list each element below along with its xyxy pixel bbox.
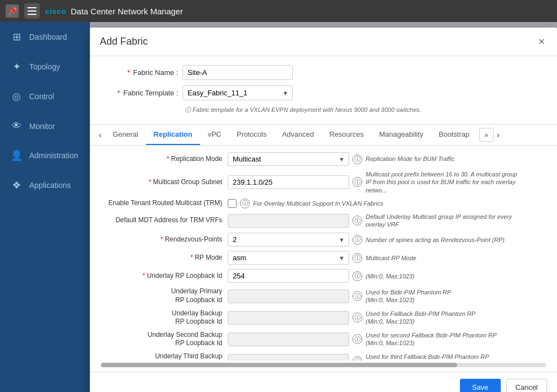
- multicast-group-subnet-info-button[interactable]: ⓘ: [352, 177, 362, 187]
- sidebar-item-label: Control: [29, 92, 54, 101]
- rp-mode-info-button[interactable]: ⓘ: [352, 253, 362, 263]
- close-button[interactable]: ×: [536, 35, 547, 48]
- rendezvous-points-info-button[interactable]: ⓘ: [352, 235, 362, 245]
- add-fabric-modal: Add Fabric × * Fabric Name : * Fabric Te…: [90, 28, 557, 392]
- fabric-name-input[interactable]: [183, 65, 293, 80]
- default-mdt-address-info-button[interactable]: ⓘ: [352, 216, 362, 225]
- topology-icon: ✦: [10, 61, 23, 73]
- required-star2: *: [117, 89, 120, 97]
- underlay-primary-rp-loopback-id-label: Underlay PrimaryRP Loopback Id: [101, 287, 228, 304]
- top-bar: 📌 cisco Data Center Network Manager: [0, 0, 557, 22]
- app-title: Data Center Network Manager: [71, 7, 183, 16]
- underlay-third-backup-rp-loopback-id-row: Underlay Third BackupRP Loopback Id ⓘ Us…: [101, 352, 546, 361]
- hamburger-menu-icon[interactable]: [24, 3, 40, 19]
- sidebar-item-topology[interactable]: ✦ Topology: [0, 52, 90, 82]
- rp-mode-select-wrapper: asm bidir ▼: [228, 251, 349, 265]
- modal-title: Add Fabric: [100, 36, 148, 47]
- sidebar-item-control[interactable]: ◎ Control: [0, 82, 90, 111]
- tab-bootstrap[interactable]: Bootstrap: [431, 125, 478, 145]
- underlay-second-backup-rp-loopback-id-row: Underlay Second BackupRP Loopback Id ⓘ U…: [101, 331, 546, 348]
- fabric-template-select[interactable]: Easy_Fabric_11_1: [183, 85, 293, 100]
- sidebar-item-label: Administration: [29, 151, 78, 160]
- tab-resources[interactable]: Resources: [322, 125, 371, 145]
- fabric-template-label: * Fabric Template :: [101, 89, 178, 97]
- replication-mode-select[interactable]: Multicast Ingress: [228, 152, 349, 166]
- replication-mode-info-button[interactable]: ⓘ: [352, 154, 362, 164]
- sidebar-item-applications[interactable]: ❖ Applications: [0, 170, 90, 200]
- app-logo: cisco Data Center Network Manager: [45, 7, 183, 16]
- tab-replication[interactable]: Replication: [146, 125, 200, 145]
- enable-trm-label: Enable Tenant Routed Multicast (TRM): [101, 199, 228, 208]
- underlay-rp-loopback-id-label: Underlay RP Loopback Id: [101, 272, 228, 281]
- sidebar: ⊞ Dashboard ✦ Topology ◎ Control 👁 Monit…: [0, 22, 90, 392]
- enable-trm-info-button[interactable]: ⓘ: [240, 198, 250, 208]
- multicast-group-subnet-input[interactable]: [228, 175, 349, 189]
- tab-advanced[interactable]: Advanced: [274, 125, 322, 145]
- underlay-backup-rp-loopback-id-row: Underlay BackupRP Loopback Id ⓘ Used for…: [101, 309, 546, 326]
- sidebar-item-label: Monitor: [29, 122, 55, 131]
- replication-mode-select-wrapper: Multicast Ingress ▼: [228, 152, 349, 166]
- underlay-rp-loopback-id-row: Underlay RP Loopback Id ⓘ (Min:0, Max:10…: [101, 269, 546, 283]
- underlay-primary-rp-loopback-id-desc: Used for Bidir-PIM Phantom RP(Min:0, Max…: [366, 288, 451, 304]
- underlay-primary-rp-loopback-id-row: Underlay PrimaryRP Loopback Id ⓘ Used fo…: [101, 287, 546, 304]
- default-mdt-address-input[interactable]: [228, 214, 349, 228]
- underlay-primary-rp-loopback-id-input[interactable]: [228, 289, 349, 303]
- underlay-rp-loopback-id-input[interactable]: [228, 269, 349, 283]
- applications-icon: ❖: [10, 179, 23, 191]
- tab-prev-button[interactable]: ‹: [95, 126, 105, 144]
- tabs-container: ‹ General Replication vPC Protocols Adva…: [90, 125, 557, 146]
- tab-general[interactable]: General: [105, 125, 146, 145]
- tab-protocols[interactable]: Protocols: [229, 125, 274, 145]
- fabric-name-row: * Fabric Name :: [101, 65, 546, 80]
- default-mdt-address-row: Default MDT Address for TRM VRFs ⓘ Defau…: [101, 213, 546, 229]
- sidebar-item-label: Applications: [29, 181, 71, 190]
- scrollbar-thumb[interactable]: [101, 363, 457, 367]
- fabric-template-desc-row: ⓘ Fabric template for a VXLAN EVPN deplo…: [101, 106, 546, 114]
- default-mdt-address-label: Default MDT Address for TRM VRFs: [101, 216, 228, 225]
- fabric-template-select-wrapper: Easy_Fabric_11_1 ▼: [183, 85, 293, 100]
- sidebar-item-dashboard[interactable]: ⊞ Dashboard: [0, 22, 90, 52]
- tab-next-button[interactable]: ›: [494, 126, 503, 144]
- pin-icon[interactable]: 📌: [6, 4, 19, 18]
- sidebar-item-monitor[interactable]: 👁 Monitor: [0, 111, 90, 141]
- scrollbar-area: [90, 361, 557, 372]
- rp-mode-label: RP Mode: [101, 254, 228, 262]
- more-tabs-button[interactable]: »: [479, 128, 493, 142]
- tab-vpc[interactable]: vPC: [200, 125, 229, 145]
- save-button[interactable]: Save: [460, 379, 501, 392]
- fabric-template-row: * Fabric Template : Easy_Fabric_11_1 ▼: [101, 85, 546, 100]
- default-mdt-address-desc: Default Underlay Multicast group IP assi…: [366, 213, 520, 229]
- tab-manageability[interactable]: Manageability: [371, 125, 431, 145]
- underlay-third-backup-rp-loopback-id-input[interactable]: [228, 354, 349, 361]
- enable-trm-row: Enable Tenant Routed Multicast (TRM) ⓘ F…: [101, 198, 546, 208]
- form-section: * Fabric Name : * Fabric Template : Easy…: [90, 56, 557, 125]
- cancel-button[interactable]: Cancel: [506, 379, 547, 392]
- rendezvous-points-select-wrapper: 1 2 3 ▼: [228, 233, 349, 246]
- multicast-group-subnet-row: Multicast Group Subnet ⓘ Multicast pool …: [101, 170, 546, 194]
- underlay-primary-rp-loopback-id-info-button[interactable]: ⓘ: [352, 291, 362, 301]
- underlay-backup-rp-loopback-id-info-button[interactable]: ⓘ: [352, 313, 362, 323]
- enable-trm-checkbox[interactable]: [228, 199, 237, 208]
- replication-mode-label: Replication Mode: [101, 155, 228, 164]
- underlay-backup-rp-loopback-id-input[interactable]: [228, 311, 349, 325]
- underlay-second-backup-rp-loopback-id-input[interactable]: [228, 332, 349, 346]
- sidebar-item-administration[interactable]: 👤 Administration: [0, 141, 90, 170]
- multicast-group-subnet-desc: Multicast pool prefix between 16 to 30. …: [366, 170, 520, 194]
- underlay-third-backup-rp-loopback-id-label: Underlay Third BackupRP Loopback Id: [101, 352, 228, 361]
- rp-mode-select[interactable]: asm bidir: [228, 251, 349, 265]
- underlay-backup-rp-loopback-id-label: Underlay BackupRP Loopback Id: [101, 309, 228, 326]
- underlay-second-backup-rp-loopback-id-info-button[interactable]: ⓘ: [352, 334, 362, 344]
- modal-overlay: Add Fabric × * Fabric Name : * Fabric Te…: [90, 22, 557, 392]
- dashboard-icon: ⊞: [10, 31, 23, 43]
- underlay-third-backup-rp-loopback-id-info-button[interactable]: ⓘ: [352, 356, 362, 361]
- modal-header: Add Fabric ×: [90, 28, 557, 56]
- rp-mode-desc: Multicast RP Mode: [366, 254, 416, 262]
- underlay-rp-loopback-id-desc: (Min:0, Max:1023): [366, 272, 415, 280]
- underlay-backup-rp-loopback-id-desc: Used for Fallback Bidir-PIM Phantom RP(M…: [366, 310, 475, 326]
- rendezvous-points-select[interactable]: 1 2 3: [228, 233, 349, 246]
- enable-trm-desc: For Overlay Multicast Support In VXLAN F…: [253, 200, 383, 207]
- underlay-rp-loopback-id-info-button[interactable]: ⓘ: [352, 271, 362, 281]
- multicast-group-subnet-label: Multicast Group Subnet: [101, 178, 228, 187]
- rp-mode-row: RP Mode asm bidir ▼ ⓘ Multicast RP Mode: [101, 251, 546, 265]
- underlay-second-backup-rp-loopback-id-desc: Used for second Fallback Bidir-PIM Phant…: [366, 331, 497, 347]
